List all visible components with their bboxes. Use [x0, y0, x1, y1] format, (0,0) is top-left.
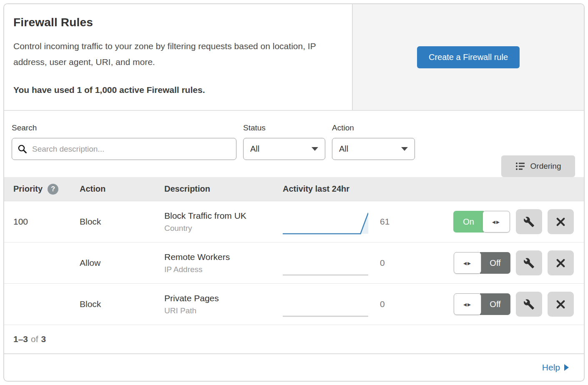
toggle-state-label: Off — [480, 293, 510, 315]
activity-count: 0 — [380, 299, 397, 309]
close-icon — [555, 258, 566, 268]
header-text-block: Firewall Rules Control incoming traffic … — [4, 4, 353, 111]
status-selected-value: All — [250, 144, 259, 154]
usage-note: You have used 1 of 1,000 active Firewall… — [13, 85, 335, 95]
edit-rule-button[interactable] — [516, 250, 542, 275]
table-row: 100 Block Block Traffic from UK Country … — [4, 201, 584, 242]
activity-sparkline — [283, 291, 368, 318]
rule-enabled-toggle[interactable]: On ◂▸ — [453, 211, 510, 232]
toggle-state-label: Off — [480, 252, 510, 274]
table-header: Priority ? Action Description Activity l… — [4, 177, 584, 201]
activity-count: 61 — [380, 217, 397, 227]
rule-action: Block — [80, 217, 164, 227]
rule-action: Allow — [80, 258, 164, 268]
rule-description: Remote Workers — [164, 252, 283, 262]
status-group: Status All — [243, 123, 325, 177]
column-action: Action — [80, 184, 164, 194]
activity-count: 0 — [380, 258, 397, 268]
search-label: Search — [12, 123, 236, 132]
rule-priority: 100 — [4, 217, 80, 227]
rule-enabled-toggle[interactable]: Off ◂▸ — [453, 293, 510, 315]
close-icon — [555, 299, 566, 310]
table-row: Block Private Pages URI Path 0 Off ◂▸ — [4, 284, 584, 325]
rule-enabled-toggle[interactable]: Off ◂▸ — [453, 252, 510, 274]
header: Firewall Rules Control incoming traffic … — [4, 4, 584, 111]
action-label: Action — [332, 123, 415, 132]
arrow-right-icon — [564, 364, 569, 371]
rule-controls: Off ◂▸ — [453, 250, 574, 275]
pagination: 1–3 of 3 — [4, 325, 584, 354]
edit-rule-button[interactable] — [516, 292, 542, 317]
search-icon — [18, 144, 27, 154]
rule-description-cell: Remote Workers IP Address — [164, 252, 283, 274]
priority-help-icon[interactable]: ? — [48, 184, 58, 195]
column-description: Description — [164, 184, 283, 194]
page-title: Firewall Rules — [13, 16, 335, 29]
toggle-drag-handle-icon[interactable]: ◂▸ — [454, 293, 481, 315]
delete-rule-button[interactable] — [548, 250, 574, 275]
page-description: Control incoming traffic to your zone by… — [13, 38, 330, 70]
help-link-label: Help — [542, 362, 560, 372]
action-selected-value: All — [339, 144, 348, 154]
rule-description-cell: Block Traffic from UK Country — [164, 211, 283, 233]
search-input[interactable] — [12, 138, 236, 160]
chevron-down-icon — [401, 147, 408, 151]
action-select[interactable]: All — [332, 138, 415, 160]
create-firewall-rule-button[interactable]: Create a Firewall rule — [417, 46, 520, 68]
status-label: Status — [243, 123, 325, 132]
rule-description: Block Traffic from UK — [164, 211, 283, 221]
wrench-icon — [523, 216, 535, 228]
toggle-drag-handle-icon[interactable]: ◂▸ — [454, 252, 481, 274]
search-box — [12, 138, 236, 160]
edit-rule-button[interactable] — [516, 209, 542, 234]
wrench-icon — [523, 299, 535, 310]
column-activity: Activity last 24hr — [283, 184, 584, 194]
ordering-button[interactable]: Ordering — [501, 155, 575, 177]
header-action-area: Create a Firewall rule — [353, 4, 584, 111]
pagination-range: 1–3 — [13, 334, 28, 344]
rule-activity-cell: 0 Off ◂▸ — [283, 291, 584, 318]
rule-activity-cell: 61 On ◂▸ — [283, 208, 584, 235]
rule-type: URI Path — [164, 306, 283, 315]
pagination-total: 3 — [41, 334, 46, 344]
delete-rule-button[interactable] — [548, 209, 574, 234]
rule-description: Private Pages — [164, 293, 283, 303]
rule-description-cell: Private Pages URI Path — [164, 293, 283, 315]
rule-controls: On ◂▸ — [453, 209, 574, 234]
close-icon — [555, 217, 566, 227]
toggle-state-label: On — [453, 211, 484, 232]
firewall-rules-panel: Firewall Rules Control incoming traffic … — [3, 3, 585, 382]
table-row: Allow Remote Workers IP Address 0 Off ◂▸ — [4, 242, 584, 284]
column-priority: Priority — [13, 184, 43, 194]
help-link[interactable]: Help — [542, 362, 569, 372]
toggle-drag-handle-icon[interactable]: ◂▸ — [482, 211, 510, 232]
ordering-button-label: Ordering — [530, 162, 561, 171]
rule-action: Block — [80, 299, 164, 309]
rule-type: Country — [164, 224, 283, 233]
help-row: Help — [4, 354, 584, 380]
wrench-icon — [523, 258, 535, 269]
chevron-down-icon — [312, 147, 318, 151]
status-select[interactable]: All — [243, 138, 325, 160]
activity-sparkline — [283, 208, 368, 235]
rule-type: IP Address — [164, 265, 283, 274]
filter-bar: Search Status All Action All — [4, 111, 584, 177]
rule-activity-cell: 0 Off ◂▸ — [283, 250, 584, 276]
pagination-of: of — [31, 334, 38, 344]
rule-controls: Off ◂▸ — [453, 292, 574, 317]
ordered-list-icon — [515, 161, 525, 171]
action-group: Action All — [332, 123, 415, 177]
delete-rule-button[interactable] — [548, 292, 574, 317]
activity-sparkline — [283, 250, 368, 276]
search-group: Search — [12, 123, 236, 177]
